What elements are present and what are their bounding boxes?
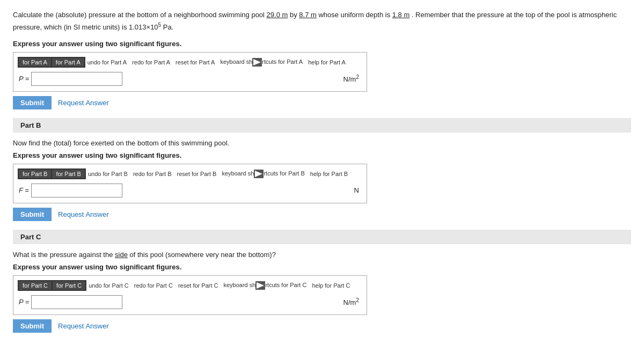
part-a-redo[interactable]: redo for Part A — [130, 58, 172, 67]
part-b-reset[interactable]: reset for Part B — [174, 170, 218, 178]
part-c-help: help for Part C — [310, 281, 352, 290]
part-b-input[interactable] — [31, 184, 122, 197]
part-b-btn1[interactable]: for Part B — [19, 170, 51, 178]
part-a-keyboard[interactable]: keyboard shrtcuts for Part A — [218, 57, 305, 68]
part-b-section: Now find the (total) force exerted on th… — [13, 138, 631, 221]
part-b-text1: Now find the (total) force exerted on th… — [13, 138, 631, 149]
shortcut-icon-c — [255, 281, 265, 290]
part-c-unit: N/m2 — [343, 297, 361, 306]
part-c-btn1[interactable]: for Part C — [19, 281, 52, 290]
part-b-redo[interactable]: redo for Part B — [131, 170, 174, 178]
part-a-submit[interactable]: Submit — [13, 96, 52, 109]
part-c-redo[interactable]: redo for Part C — [132, 281, 175, 290]
part-c-text1: What is the pressure against the side of… — [13, 250, 631, 261]
part-c-reset[interactable]: reset for Part C — [176, 281, 221, 290]
part-c-input-wrapper: P = N/m2 — [19, 295, 361, 309]
part-b-request-answer[interactable]: Request Answer — [58, 208, 109, 221]
part-c-btn-row: Submit Request Answer — [13, 319, 631, 333]
problem-statement: Calculate the (absolute) pressure at the… — [13, 10, 631, 33]
part-c-toolbar: for Part C for Part C undo for Part C re… — [19, 280, 361, 291]
part-c-undo[interactable]: undo for Part C — [86, 281, 131, 290]
part-b-eq-label: F = — [19, 186, 29, 194]
part-a-section: Express your answer using two significan… — [13, 40, 631, 109]
part-a-request-answer[interactable]: Request Answer — [58, 96, 109, 109]
part-b-btn2[interactable]: for Part B — [52, 170, 84, 178]
part-a-reset[interactable]: reset for Part A — [173, 58, 217, 67]
part-b-unit: N — [354, 186, 361, 194]
part-b-btn-row: Submit Request Answer — [13, 208, 631, 221]
part-b-input-wrapper: F = N — [19, 184, 361, 197]
part-a-help: help for Part A — [306, 58, 348, 67]
part-c-input[interactable] — [31, 295, 122, 309]
part-a-unit: N/m2 — [343, 74, 361, 83]
part-b-toolbar: for Part B for Part B undo for Part B re… — [19, 169, 361, 179]
part-b-help: help for Part B — [308, 170, 350, 178]
shortcut-icon-b — [254, 170, 264, 178]
part-c-request-answer[interactable]: Request Answer — [58, 319, 109, 333]
part-a-answer-box: for Part A for Part A undo for Part A re… — [13, 52, 367, 92]
part-c-instruction: Express your answer using two significan… — [13, 263, 631, 271]
part-a-undo[interactable]: undo for Part A — [85, 58, 129, 67]
part-a-btn-row: Submit Request Answer — [13, 96, 631, 109]
part-b-keyboard[interactable]: keyboard shrtcuts for Part B — [219, 169, 306, 179]
part-c-section: What is the pressure against the side of… — [13, 250, 631, 333]
part-a-toolbar: for Part A for Part A undo for Part A re… — [19, 57, 361, 68]
part-a-instruction: Express your answer using two significan… — [13, 40, 631, 48]
part-b-answer-box: for Part B for Part B undo for Part B re… — [13, 164, 367, 203]
part-c-keyboard[interactable]: keyboard shrtcuts for Part C — [221, 280, 309, 291]
part-c-answer-box: for Part C for Part C undo for Part C re… — [13, 275, 367, 315]
part-b-instruction: Express your answer using two significan… — [13, 151, 631, 159]
part-b-header: Part B — [13, 118, 631, 133]
shortcut-icon-a — [252, 58, 262, 67]
part-a-btn2[interactable]: for Part A — [52, 58, 84, 67]
part-a-input-wrapper: P = N/m2 — [19, 72, 361, 86]
part-a-btn1[interactable]: for Part A — [19, 58, 51, 67]
part-c-submit[interactable]: Submit — [13, 319, 52, 333]
part-b-submit[interactable]: Submit — [13, 208, 52, 221]
part-c-eq-label: P = — [19, 298, 29, 306]
part-c-header: Part C — [13, 230, 631, 244]
part-b-undo[interactable]: undo for Part B — [86, 170, 130, 178]
part-a-input[interactable] — [31, 72, 122, 86]
part-c-btn2[interactable]: for Part C — [53, 281, 85, 290]
part-a-eq-label: P = — [19, 75, 29, 83]
